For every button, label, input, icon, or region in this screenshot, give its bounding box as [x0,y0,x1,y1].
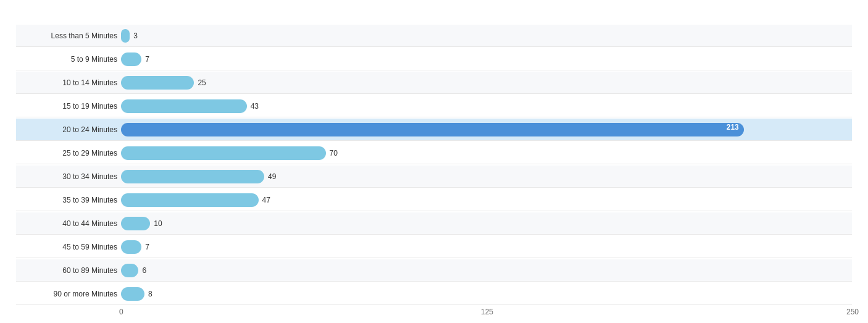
bar-value: 10 [154,219,162,228]
bar-track: 47 [121,193,852,207]
bar-label: Less than 5 Minutes [16,31,121,40]
bar-value: 8 [148,290,152,298]
bar-row: 45 to 59 Minutes7 [16,236,852,258]
bar-fill [121,99,247,113]
bar-label: 60 to 89 Minutes [16,266,121,275]
bar-row: 90 or more Minutes8 [16,283,852,305]
bar-row: 30 to 34 Minutes49 [16,166,852,188]
bar-fill [121,76,194,90]
bar-value: 70 [330,149,338,157]
bar-track: 213 [121,123,852,136]
bar-label: 45 to 59 Minutes [16,243,121,251]
bar-fill [121,170,264,183]
bar-track: 6 [121,264,852,277]
bar-value: 7 [145,243,149,251]
bar-label: 15 to 19 Minutes [16,102,121,111]
bar-fill [121,52,141,66]
bar-label: 35 to 39 Minutes [16,196,121,204]
bar-row: 60 to 89 Minutes6 [16,259,852,282]
bar-track: 70 [121,146,852,160]
bar-value: 3 [133,31,138,40]
bar-row: 5 to 9 Minutes7 [16,48,852,70]
bar-label: 20 to 24 Minutes [16,125,121,134]
bar-row: 25 to 29 Minutes70 [16,142,852,164]
bar-value: 7 [145,55,149,64]
bar-fill [121,240,141,254]
bar-track: 7 [121,52,852,66]
bar-label: 90 or more Minutes [16,290,121,298]
bar-fill [121,146,326,160]
bar-track: 7 [121,240,852,254]
bar-label: 25 to 29 Minutes [16,149,121,157]
bar-value: 43 [251,102,259,111]
bar-value: 47 [262,196,270,204]
bar-label: 30 to 34 Minutes [16,172,121,181]
bar-fill [121,29,130,43]
bar-label: 10 to 14 Minutes [16,78,121,87]
x-axis-tick: 0 [119,308,123,316]
bar-label: 40 to 44 Minutes [16,219,121,228]
bar-row: 10 to 14 Minutes25 [16,72,852,94]
x-axis-tick: 125 [481,308,493,316]
bar-fill [121,264,138,277]
bar-fill [121,193,259,207]
bar-track: 49 [121,170,852,183]
x-axis: 0125250 [121,308,852,320]
bar-value: 6 [142,266,146,275]
bar-row: Less than 5 Minutes3 [16,25,852,47]
bar-row: 20 to 24 Minutes213 [16,119,852,141]
bar-track: 43 [121,99,852,113]
bar-fill [121,217,150,230]
bar-track: 10 [121,217,852,230]
x-axis-tick: 250 [846,308,859,316]
bars-area: Less than 5 Minutes35 to 9 Minutes710 to… [16,25,852,305]
chart-container: Less than 5 Minutes35 to 9 Minutes710 to… [10,10,858,323]
bar-fill: 213 [121,123,744,136]
bar-label: 5 to 9 Minutes [16,55,121,64]
bar-value: 213 [727,123,739,132]
bar-row: 40 to 44 Minutes10 [16,212,852,235]
bar-value: 49 [268,172,276,181]
bar-track: 8 [121,287,852,301]
bar-row: 35 to 39 Minutes47 [16,189,852,211]
bar-value: 25 [198,78,206,87]
bar-row: 15 to 19 Minutes43 [16,95,852,117]
bar-fill [121,287,144,301]
bar-track: 25 [121,76,852,90]
bar-track: 3 [121,29,852,43]
